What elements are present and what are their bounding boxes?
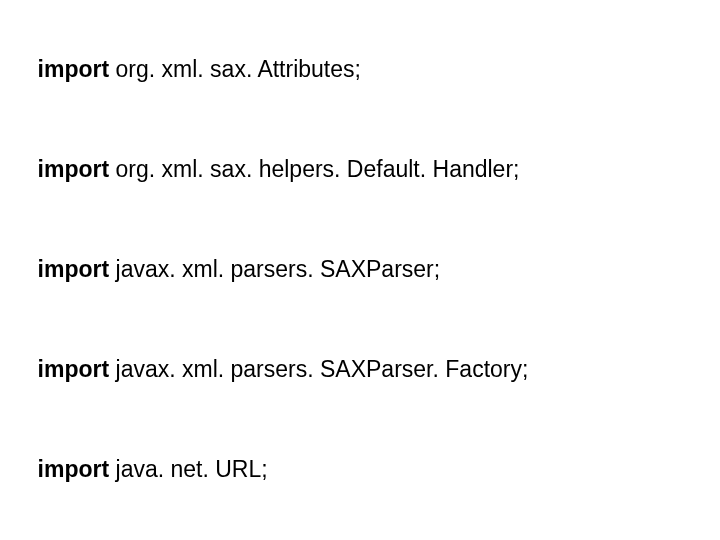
import-text: org. xml. sax. Attributes; (109, 56, 361, 82)
import-line: import org. xml. sax. helpers. Default. … (12, 120, 708, 220)
import-line: import javax. xml. parsers. SAXParser; (12, 220, 708, 320)
import-text: org. xml. sax. helpers. Default. Handler… (109, 156, 519, 182)
import-line: import javax. xml. parsers. SAXParser. F… (12, 320, 708, 420)
import-line: import java. net. URL; (12, 420, 708, 520)
code-block: import org. xml. sax. Attributes; import… (12, 20, 708, 540)
import-line: import org. xml. sax. Attributes; (12, 20, 708, 120)
import-text: java. net. URL; (109, 456, 268, 482)
import-text: javax. xml. parsers. SAXParser. Factory; (109, 356, 528, 382)
import-line: import java. net. Malformed. URLExceptio… (12, 520, 708, 540)
keyword-import: import (38, 256, 110, 282)
keyword-import: import (38, 356, 110, 382)
keyword-import: import (38, 56, 110, 82)
import-text: javax. xml. parsers. SAXParser; (109, 256, 440, 282)
keyword-import: import (38, 456, 110, 482)
keyword-import: import (38, 156, 110, 182)
